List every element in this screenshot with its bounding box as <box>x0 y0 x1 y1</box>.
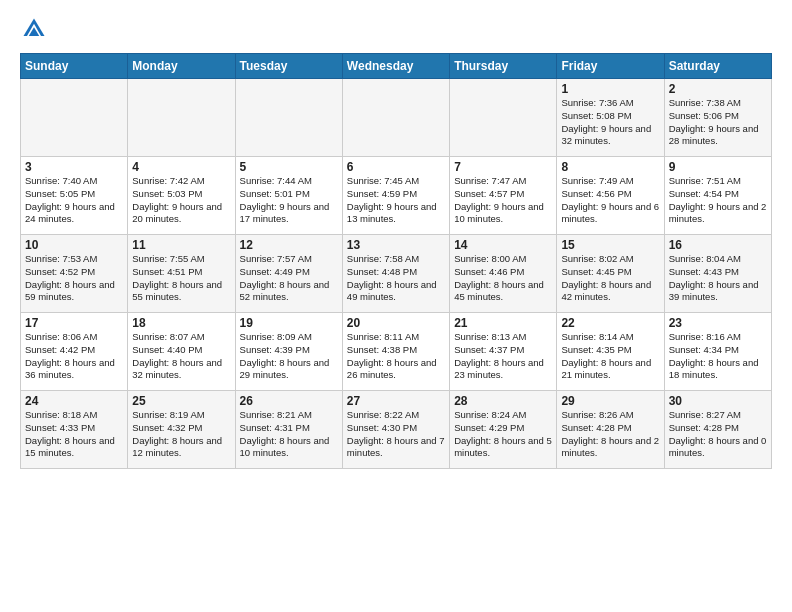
weekday-header-wednesday: Wednesday <box>342 54 449 79</box>
day-number: 28 <box>454 394 552 408</box>
calendar-cell: 10Sunrise: 7:53 AM Sunset: 4:52 PM Dayli… <box>21 235 128 313</box>
calendar-week-5: 24Sunrise: 8:18 AM Sunset: 4:33 PM Dayli… <box>21 391 772 469</box>
day-info: Sunrise: 8:14 AM Sunset: 4:35 PM Dayligh… <box>561 331 659 382</box>
calendar-week-4: 17Sunrise: 8:06 AM Sunset: 4:42 PM Dayli… <box>21 313 772 391</box>
day-number: 25 <box>132 394 230 408</box>
day-info: Sunrise: 7:49 AM Sunset: 4:56 PM Dayligh… <box>561 175 659 226</box>
day-number: 14 <box>454 238 552 252</box>
day-number: 24 <box>25 394 123 408</box>
day-number: 19 <box>240 316 338 330</box>
calendar-cell: 16Sunrise: 8:04 AM Sunset: 4:43 PM Dayli… <box>664 235 771 313</box>
day-info: Sunrise: 8:27 AM Sunset: 4:28 PM Dayligh… <box>669 409 767 460</box>
calendar-table: SundayMondayTuesdayWednesdayThursdayFrid… <box>20 53 772 469</box>
calendar-cell: 1Sunrise: 7:36 AM Sunset: 5:08 PM Daylig… <box>557 79 664 157</box>
day-info: Sunrise: 8:00 AM Sunset: 4:46 PM Dayligh… <box>454 253 552 304</box>
weekday-header-tuesday: Tuesday <box>235 54 342 79</box>
day-info: Sunrise: 8:04 AM Sunset: 4:43 PM Dayligh… <box>669 253 767 304</box>
header <box>20 15 772 43</box>
calendar-cell <box>450 79 557 157</box>
day-number: 12 <box>240 238 338 252</box>
logo <box>20 15 52 43</box>
calendar-cell: 11Sunrise: 7:55 AM Sunset: 4:51 PM Dayli… <box>128 235 235 313</box>
day-info: Sunrise: 7:47 AM Sunset: 4:57 PM Dayligh… <box>454 175 552 226</box>
day-number: 9 <box>669 160 767 174</box>
day-info: Sunrise: 7:55 AM Sunset: 4:51 PM Dayligh… <box>132 253 230 304</box>
day-number: 20 <box>347 316 445 330</box>
day-info: Sunrise: 7:58 AM Sunset: 4:48 PM Dayligh… <box>347 253 445 304</box>
calendar-cell <box>128 79 235 157</box>
calendar-cell: 19Sunrise: 8:09 AM Sunset: 4:39 PM Dayli… <box>235 313 342 391</box>
day-number: 8 <box>561 160 659 174</box>
calendar-cell: 12Sunrise: 7:57 AM Sunset: 4:49 PM Dayli… <box>235 235 342 313</box>
calendar-cell <box>21 79 128 157</box>
calendar-cell: 4Sunrise: 7:42 AM Sunset: 5:03 PM Daylig… <box>128 157 235 235</box>
day-info: Sunrise: 8:21 AM Sunset: 4:31 PM Dayligh… <box>240 409 338 460</box>
day-info: Sunrise: 8:09 AM Sunset: 4:39 PM Dayligh… <box>240 331 338 382</box>
calendar-cell: 15Sunrise: 8:02 AM Sunset: 4:45 PM Dayli… <box>557 235 664 313</box>
day-number: 6 <box>347 160 445 174</box>
day-info: Sunrise: 7:45 AM Sunset: 4:59 PM Dayligh… <box>347 175 445 226</box>
calendar-body: 1Sunrise: 7:36 AM Sunset: 5:08 PM Daylig… <box>21 79 772 469</box>
calendar-cell: 17Sunrise: 8:06 AM Sunset: 4:42 PM Dayli… <box>21 313 128 391</box>
calendar-cell: 24Sunrise: 8:18 AM Sunset: 4:33 PM Dayli… <box>21 391 128 469</box>
day-info: Sunrise: 7:51 AM Sunset: 4:54 PM Dayligh… <box>669 175 767 226</box>
day-number: 30 <box>669 394 767 408</box>
day-number: 15 <box>561 238 659 252</box>
calendar-cell <box>235 79 342 157</box>
day-number: 13 <box>347 238 445 252</box>
calendar-week-2: 3Sunrise: 7:40 AM Sunset: 5:05 PM Daylig… <box>21 157 772 235</box>
day-number: 17 <box>25 316 123 330</box>
day-info: Sunrise: 8:06 AM Sunset: 4:42 PM Dayligh… <box>25 331 123 382</box>
day-number: 26 <box>240 394 338 408</box>
day-number: 22 <box>561 316 659 330</box>
logo-icon <box>20 15 48 43</box>
day-number: 5 <box>240 160 338 174</box>
day-info: Sunrise: 7:57 AM Sunset: 4:49 PM Dayligh… <box>240 253 338 304</box>
day-number: 2 <box>669 82 767 96</box>
day-info: Sunrise: 8:07 AM Sunset: 4:40 PM Dayligh… <box>132 331 230 382</box>
day-number: 10 <box>25 238 123 252</box>
day-number: 18 <box>132 316 230 330</box>
day-number: 16 <box>669 238 767 252</box>
day-info: Sunrise: 8:18 AM Sunset: 4:33 PM Dayligh… <box>25 409 123 460</box>
day-number: 23 <box>669 316 767 330</box>
calendar-cell: 29Sunrise: 8:26 AM Sunset: 4:28 PM Dayli… <box>557 391 664 469</box>
weekday-header-friday: Friday <box>557 54 664 79</box>
day-info: Sunrise: 8:22 AM Sunset: 4:30 PM Dayligh… <box>347 409 445 460</box>
page-container: SundayMondayTuesdayWednesdayThursdayFrid… <box>0 0 792 479</box>
day-number: 7 <box>454 160 552 174</box>
calendar-cell: 21Sunrise: 8:13 AM Sunset: 4:37 PM Dayli… <box>450 313 557 391</box>
day-info: Sunrise: 8:26 AM Sunset: 4:28 PM Dayligh… <box>561 409 659 460</box>
day-number: 3 <box>25 160 123 174</box>
day-info: Sunrise: 7:42 AM Sunset: 5:03 PM Dayligh… <box>132 175 230 226</box>
weekday-header-sunday: Sunday <box>21 54 128 79</box>
calendar-cell: 18Sunrise: 8:07 AM Sunset: 4:40 PM Dayli… <box>128 313 235 391</box>
calendar-cell: 13Sunrise: 7:58 AM Sunset: 4:48 PM Dayli… <box>342 235 449 313</box>
calendar-cell: 27Sunrise: 8:22 AM Sunset: 4:30 PM Dayli… <box>342 391 449 469</box>
calendar-cell: 9Sunrise: 7:51 AM Sunset: 4:54 PM Daylig… <box>664 157 771 235</box>
calendar-cell: 20Sunrise: 8:11 AM Sunset: 4:38 PM Dayli… <box>342 313 449 391</box>
calendar-cell: 5Sunrise: 7:44 AM Sunset: 5:01 PM Daylig… <box>235 157 342 235</box>
weekday-header-saturday: Saturday <box>664 54 771 79</box>
calendar-cell: 8Sunrise: 7:49 AM Sunset: 4:56 PM Daylig… <box>557 157 664 235</box>
day-info: Sunrise: 7:44 AM Sunset: 5:01 PM Dayligh… <box>240 175 338 226</box>
calendar-cell: 14Sunrise: 8:00 AM Sunset: 4:46 PM Dayli… <box>450 235 557 313</box>
day-info: Sunrise: 7:40 AM Sunset: 5:05 PM Dayligh… <box>25 175 123 226</box>
weekday-header-row: SundayMondayTuesdayWednesdayThursdayFrid… <box>21 54 772 79</box>
day-info: Sunrise: 7:53 AM Sunset: 4:52 PM Dayligh… <box>25 253 123 304</box>
day-info: Sunrise: 8:19 AM Sunset: 4:32 PM Dayligh… <box>132 409 230 460</box>
weekday-header-thursday: Thursday <box>450 54 557 79</box>
day-info: Sunrise: 7:36 AM Sunset: 5:08 PM Dayligh… <box>561 97 659 148</box>
day-info: Sunrise: 8:11 AM Sunset: 4:38 PM Dayligh… <box>347 331 445 382</box>
day-number: 4 <box>132 160 230 174</box>
calendar-week-1: 1Sunrise: 7:36 AM Sunset: 5:08 PM Daylig… <box>21 79 772 157</box>
calendar-cell: 22Sunrise: 8:14 AM Sunset: 4:35 PM Dayli… <box>557 313 664 391</box>
calendar-cell: 7Sunrise: 7:47 AM Sunset: 4:57 PM Daylig… <box>450 157 557 235</box>
calendar-header: SundayMondayTuesdayWednesdayThursdayFrid… <box>21 54 772 79</box>
calendar-cell: 25Sunrise: 8:19 AM Sunset: 4:32 PM Dayli… <box>128 391 235 469</box>
calendar-cell: 23Sunrise: 8:16 AM Sunset: 4:34 PM Dayli… <box>664 313 771 391</box>
calendar-cell <box>342 79 449 157</box>
day-number: 1 <box>561 82 659 96</box>
day-number: 29 <box>561 394 659 408</box>
day-info: Sunrise: 7:38 AM Sunset: 5:06 PM Dayligh… <box>669 97 767 148</box>
